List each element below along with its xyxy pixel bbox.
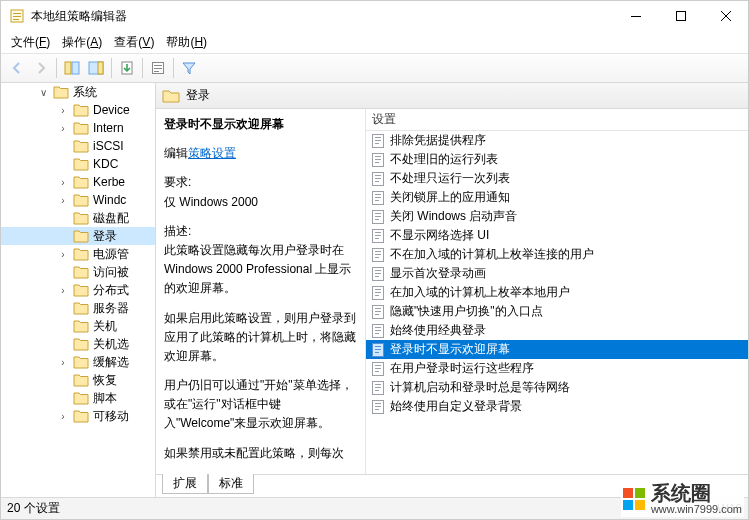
edit-policy-link[interactable]: 策略设置 [188, 146, 236, 160]
list-item-label: 隐藏"快速用户切换"的入口点 [390, 303, 543, 320]
svg-rect-65 [375, 349, 381, 350]
svg-rect-8 [65, 62, 71, 74]
chevron-right-icon[interactable]: › [57, 123, 69, 134]
chevron-right-icon[interactable]: › [57, 177, 69, 188]
menu-help[interactable]: 帮助(H) [160, 32, 213, 53]
svg-rect-21 [375, 140, 381, 141]
folder-icon [73, 247, 89, 261]
forward-button[interactable] [29, 56, 53, 80]
tree-node[interactable]: 服务器 [1, 299, 155, 317]
edit-policy-line: 编辑策略设置 [164, 144, 357, 163]
list-item-label: 登录时不显示欢迎屏幕 [390, 341, 510, 358]
svg-rect-60 [375, 327, 381, 328]
folder-icon [73, 103, 89, 117]
tree-node[interactable]: 关机 [1, 317, 155, 335]
maximize-button[interactable] [658, 1, 703, 31]
list-item[interactable]: 始终使用自定义登录背景 [366, 397, 748, 416]
show-hide-tree-button[interactable] [60, 56, 84, 80]
tree-label: 系统 [73, 84, 97, 101]
menu-action[interactable]: 操作(A) [56, 32, 108, 53]
tree-node[interactable]: ›Kerbe [1, 173, 155, 191]
tree-node[interactable]: ›Intern [1, 119, 155, 137]
svg-rect-9 [72, 62, 79, 74]
list-item[interactable]: 关闭锁屏上的应用通知 [366, 188, 748, 207]
list-item[interactable]: 不在加入域的计算机上枚举连接的用户 [366, 245, 748, 264]
menu-view[interactable]: 查看(V) [108, 32, 160, 53]
column-header-setting[interactable]: 设置 [366, 109, 748, 131]
filter-button[interactable] [177, 56, 201, 80]
window-controls [613, 1, 748, 31]
tree-node[interactable]: ›Device [1, 101, 155, 119]
chevron-right-icon[interactable]: › [57, 411, 69, 422]
list-item[interactable]: 在加入域的计算机上枚举本地用户 [366, 283, 748, 302]
title-bar: 本地组策略编辑器 [1, 1, 748, 31]
tree-node[interactable]: iSCSI [1, 137, 155, 155]
svg-rect-34 [375, 200, 379, 201]
menu-file[interactable]: 文件(F) [5, 32, 56, 53]
list-item[interactable]: 排除凭据提供程序 [366, 131, 748, 150]
list-item[interactable]: 不显示网络选择 UI [366, 226, 748, 245]
back-button[interactable] [5, 56, 29, 80]
list-item[interactable]: 显示首次登录动画 [366, 264, 748, 283]
tab-standard[interactable]: 标准 [208, 474, 254, 494]
tree-node[interactable]: 磁盘配 [1, 209, 155, 227]
tree-label: Windc [93, 193, 126, 207]
description-p3: 用户仍旧可以通过"开始"菜单选择，或在"运行"对话框中键入"Welcome"来显… [164, 376, 357, 434]
svg-rect-45 [375, 254, 381, 255]
tree-pane[interactable]: ∨系统›Device›InterniSCSIKDC›Kerbe›Windc磁盘配… [1, 83, 156, 497]
svg-rect-52 [375, 289, 381, 290]
svg-rect-1 [13, 13, 21, 14]
svg-rect-5 [676, 12, 685, 21]
list-item[interactable]: 登录时不显示欢迎屏幕 [366, 340, 748, 359]
settings-list[interactable]: 排除凭据提供程序不处理旧的运行列表不处理只运行一次列表关闭锁屏上的应用通知关闭 … [366, 131, 748, 474]
chevron-right-icon[interactable]: › [57, 105, 69, 116]
tree-node[interactable]: 恢复 [1, 371, 155, 389]
list-item[interactable]: 在用户登录时运行这些程序 [366, 359, 748, 378]
details-content: 登录时不显示欢迎屏幕 编辑策略设置 要求: 仅 Windows 2000 描述:… [156, 109, 748, 475]
tree-node[interactable]: ›分布式 [1, 281, 155, 299]
tree-node[interactable]: 登录 [1, 227, 155, 245]
svg-rect-36 [375, 213, 381, 214]
svg-rect-41 [375, 235, 381, 236]
chevron-right-icon[interactable]: › [57, 249, 69, 260]
svg-rect-68 [375, 365, 381, 366]
svg-rect-49 [375, 273, 381, 274]
svg-rect-72 [375, 384, 381, 385]
chevron-right-icon[interactable]: › [57, 357, 69, 368]
tree-node[interactable]: ›Windc [1, 191, 155, 209]
chevron-right-icon[interactable]: › [57, 285, 69, 296]
chevron-down-icon[interactable]: ∨ [37, 87, 49, 98]
tree-node[interactable]: 访问被 [1, 263, 155, 281]
tree-node[interactable]: ›可移动 [1, 407, 155, 425]
tree-label: 登录 [93, 228, 117, 245]
close-button[interactable] [703, 1, 748, 31]
tree-node[interactable]: 关机选 [1, 335, 155, 353]
selected-policy-title: 登录时不显示欢迎屏幕 [164, 115, 357, 134]
list-item[interactable]: 计算机启动和登录时总是等待网络 [366, 378, 748, 397]
tree-node[interactable]: KDC [1, 155, 155, 173]
list-item[interactable]: 隐藏"快速用户切换"的入口点 [366, 302, 748, 321]
list-item-label: 在用户登录时运行这些程序 [390, 360, 534, 377]
export-list-button[interactable] [115, 56, 139, 80]
list-item[interactable]: 始终使用经典登录 [366, 321, 748, 340]
svg-rect-74 [375, 390, 379, 391]
chevron-right-icon[interactable]: › [57, 195, 69, 206]
tree-node-system[interactable]: ∨系统 [1, 83, 155, 101]
tab-extended[interactable]: 扩展 [162, 474, 208, 494]
minimize-button[interactable] [613, 1, 658, 31]
svg-rect-33 [375, 197, 381, 198]
tree-label: 分布式 [93, 282, 129, 299]
folder-icon [73, 211, 89, 225]
folder-icon [73, 319, 89, 333]
tree-node[interactable]: ›缓解选 [1, 353, 155, 371]
list-item[interactable]: 关闭 Windows 启动声音 [366, 207, 748, 226]
list-item[interactable]: 不处理旧的运行列表 [366, 150, 748, 169]
svg-marker-18 [183, 63, 195, 74]
show-hide-action-pane-button[interactable] [84, 56, 108, 80]
svg-rect-53 [375, 292, 381, 293]
folder-icon [73, 337, 89, 351]
properties-button[interactable] [146, 56, 170, 80]
tree-node[interactable]: ›电源管 [1, 245, 155, 263]
tree-node[interactable]: 脚本 [1, 389, 155, 407]
list-item[interactable]: 不处理只运行一次列表 [366, 169, 748, 188]
